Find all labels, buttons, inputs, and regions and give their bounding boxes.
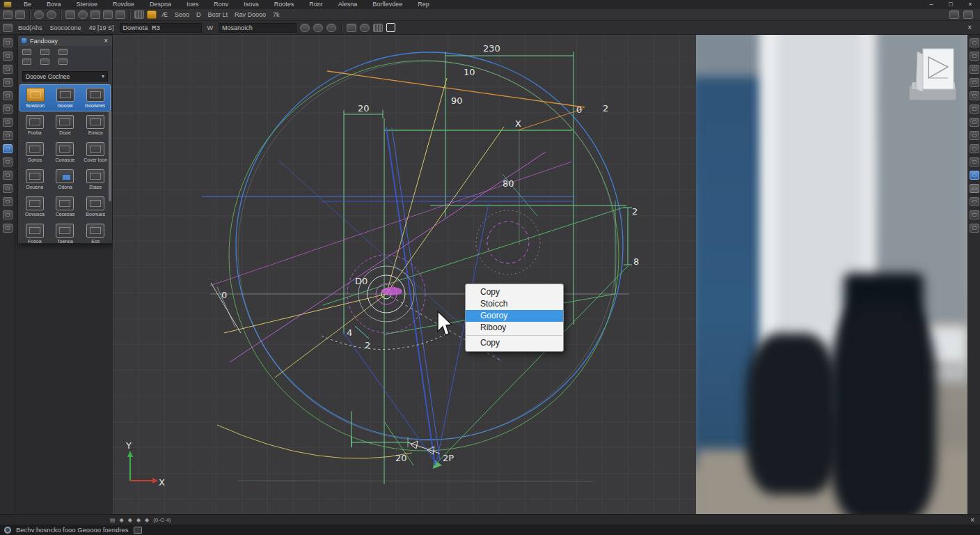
palette-item[interactable]: Cecesaa: [50, 193, 81, 220]
table-icon[interactable]: [373, 24, 383, 32]
match-properties-icon[interactable]: [300, 24, 310, 32]
new-page-icon[interactable]: [963, 10, 973, 19]
palette-item[interactable]: Cover loon: [80, 139, 111, 166]
toolbar-close-icon[interactable]: ×: [966, 24, 973, 31]
folder-icon[interactable]: [347, 24, 356, 32]
active-select-tool-icon[interactable]: [970, 171, 979, 180]
layout1-tab-icon[interactable]: ◆: [128, 517, 132, 523]
layout-tool-icon[interactable]: [3, 131, 13, 140]
palette-item[interactable]: Odona: [50, 166, 81, 193]
rectangle-tool-icon[interactable]: [386, 23, 395, 32]
palette-item[interactable]: Oouena: [19, 166, 50, 193]
palette-item[interactable]: Etaes: [80, 166, 111, 193]
toolbar-label-d[interactable]: 7k: [271, 11, 282, 18]
palette-item[interactable]: Eowca: [80, 111, 111, 139]
style-combo[interactable]: Mosanoich: [219, 23, 297, 33]
context-menu-item[interactable]: Stoicch: [466, 298, 563, 310]
render-tool-icon[interactable]: [970, 131, 979, 140]
new-group-icon[interactable]: [22, 49, 31, 55]
dim-angular-icon[interactable]: [970, 118, 979, 127]
align-tool-icon[interactable]: [3, 197, 13, 206]
layer-combo[interactable]: Downota R3: [120, 23, 202, 33]
trim-tool-icon[interactable]: [970, 210, 979, 219]
menu-tools[interactable]: Ioes: [179, 0, 206, 9]
sketch-tool-icon[interactable]: [3, 52, 13, 61]
redo-icon[interactable]: [90, 10, 100, 19]
layout3-tab-icon[interactable]: ◆: [145, 517, 149, 523]
small-list-icon[interactable]: [40, 59, 49, 65]
polygon-tool-icon[interactable]: [3, 65, 13, 74]
menu-edit[interactable]: Bova: [39, 0, 69, 9]
globe-icon[interactable]: [326, 24, 336, 32]
viewcube-widget[interactable]: [905, 40, 961, 107]
annotate-tool-icon[interactable]: [970, 38, 979, 47]
menu-insert[interactable]: Rovdoe: [105, 0, 142, 9]
undo-icon[interactable]: [78, 10, 88, 19]
revolve-tool-icon[interactable]: [970, 197, 979, 206]
palette-item[interactable]: Oovuoca: [19, 193, 50, 220]
tools-icon[interactable]: [3, 10, 13, 19]
status-window-icon[interactable]: [134, 527, 142, 534]
menu-file[interactable]: Be: [16, 0, 39, 9]
close-button[interactable]: ×: [961, 0, 980, 9]
layout-list-icon[interactable]: ▤: [110, 517, 116, 523]
constraint-tool-icon[interactable]: [970, 157, 979, 166]
menu-help[interactable]: Rep: [410, 0, 437, 9]
page-icon[interactable]: [949, 10, 959, 19]
menu-express[interactable]: Borflevdee: [365, 0, 410, 9]
section-tool-icon[interactable]: [970, 65, 979, 74]
menu-modify[interactable]: Rootes: [267, 0, 302, 9]
context-menu-item[interactable]: Copy: [466, 337, 563, 349]
drawing-canvas[interactable]: Y X 230 20 10 90 X 0 2 80 2 8 D0 2 20 2P…: [113, 35, 696, 514]
active-modify-tool-icon[interactable]: [3, 144, 13, 153]
save-icon[interactable]: [47, 10, 56, 19]
open-icon[interactable]: [34, 10, 44, 19]
fillet-tool-icon[interactable]: [3, 104, 13, 114]
menu-draw[interactable]: Ronv: [206, 0, 236, 9]
line-tool-icon[interactable]: [970, 144, 979, 153]
block-tool-icon[interactable]: [3, 157, 13, 166]
ellipse-tool-icon[interactable]: [3, 171, 13, 180]
snap-icon[interactable]: [3, 24, 13, 32]
active-tool-icon[interactable]: [147, 10, 157, 19]
model-tab-icon[interactable]: ◆: [120, 517, 124, 523]
hatch-tool-icon[interactable]: [3, 184, 13, 193]
stack-icon[interactable]: [58, 49, 68, 55]
palette-item[interactable]: Sowsron: [20, 85, 50, 111]
maximize-button[interactable]: □: [941, 0, 961, 9]
menu-parametric[interactable]: Ronr: [301, 0, 331, 9]
toolbar-label-c[interactable]: Rav Doooo: [232, 11, 268, 18]
palette-item[interactable]: Dooe: [50, 111, 81, 139]
palette-item[interactable]: Toenoa: [50, 220, 81, 247]
status-circle-icon[interactable]: [4, 527, 11, 534]
wheel-icon[interactable]: [313, 24, 323, 32]
menu-window[interactable]: Alesna: [331, 0, 365, 9]
strip-close-icon[interactable]: ×: [970, 516, 974, 524]
pan-tool-icon[interactable]: [970, 78, 979, 87]
rotate-tool-icon[interactable]: [3, 224, 13, 233]
view-tool-icon[interactable]: [970, 91, 979, 100]
plot-icon[interactable]: [103, 10, 113, 19]
palette-item[interactable]: Gonos: [19, 139, 50, 166]
context-menu-item-selected[interactable]: Gooroy: [466, 310, 563, 322]
palette-header[interactable]: Fandooay ×: [18, 36, 112, 46]
list-icon[interactable]: [15, 10, 25, 19]
menu-view[interactable]: Stenioe: [69, 0, 106, 9]
array-tool-icon[interactable]: [3, 210, 13, 219]
palette-item[interactable]: Eos: [80, 220, 111, 247]
palette-item[interactable]: Fosoa: [19, 220, 50, 247]
menu-format[interactable]: Despna: [142, 0, 179, 9]
context-menu-item[interactable]: Ribooy: [466, 322, 563, 334]
palette-scrollbar[interactable]: [109, 111, 111, 201]
menu-dimension[interactable]: Isova: [236, 0, 267, 9]
offset-tool-icon[interactable]: [970, 224, 979, 233]
layout2-tab-icon[interactable]: ◆: [136, 517, 141, 523]
toolbar-label-a[interactable]: Seoo: [173, 11, 191, 18]
small-filter-icon[interactable]: [58, 59, 68, 65]
minimize-button[interactable]: –: [922, 0, 941, 9]
measure-tool-icon[interactable]: [970, 52, 979, 61]
context-menu-item[interactable]: Copy: [466, 286, 563, 298]
toolbar-label-b[interactable]: Bosr Lt: [206, 11, 230, 18]
print-icon[interactable]: [65, 10, 75, 19]
pressed-tool-icon[interactable]: [970, 184, 979, 193]
